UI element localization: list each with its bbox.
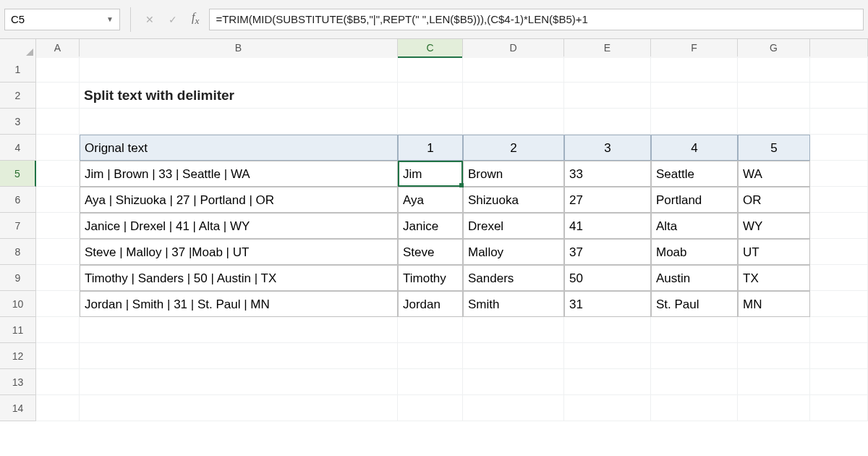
cell-G2[interactable] — [738, 83, 810, 109]
cell-D8[interactable]: Malloy — [463, 239, 564, 265]
cell-C8[interactable]: Steve — [398, 239, 463, 265]
cell-A1[interactable] — [36, 56, 80, 83]
cell-C1[interactable] — [398, 56, 463, 83]
cell-G10[interactable]: MN — [738, 291, 810, 317]
cell-H8[interactable] — [810, 239, 868, 265]
cell-A11[interactable] — [36, 317, 80, 343]
cell-E2[interactable] — [564, 83, 651, 109]
cell-B7[interactable]: Janice | Drexel | 41 | Alta | WY — [80, 213, 398, 239]
row-header-1[interactable]: 1 — [0, 56, 36, 83]
cell-D10[interactable]: Smith — [463, 291, 564, 317]
cell-G14[interactable] — [738, 395, 810, 421]
cell-H1[interactable] — [810, 56, 868, 83]
cell-B11[interactable] — [80, 317, 398, 343]
cell-A6[interactable] — [36, 187, 80, 213]
cell-H2[interactable] — [810, 83, 868, 109]
cell-C11[interactable] — [398, 317, 463, 343]
row-header-13[interactable]: 13 — [0, 369, 36, 395]
fx-icon[interactable]: fx — [187, 11, 203, 27]
cell-B8[interactable]: Steve | Malloy | 37 |Moab | UT — [80, 239, 398, 265]
cell-C14[interactable] — [398, 395, 463, 421]
enter-icon[interactable]: ✓ — [164, 11, 182, 28]
cell-D6[interactable]: Shizuoka — [463, 187, 564, 213]
cell-F14[interactable] — [651, 395, 738, 421]
cell-C9[interactable]: Timothy — [398, 265, 463, 291]
cell-F12[interactable] — [651, 343, 738, 369]
cell-D9[interactable]: Sanders — [463, 265, 564, 291]
cell-C4[interactable]: 1 — [398, 135, 463, 161]
cell-G9[interactable]: TX — [738, 265, 810, 291]
cell-F3[interactable] — [651, 109, 738, 135]
cell-E12[interactable] — [564, 343, 651, 369]
cell-C3[interactable] — [398, 109, 463, 135]
cell-D13[interactable] — [463, 369, 564, 395]
cell-B10[interactable]: Jordan | Smith | 31 | St. Paul | MN — [80, 291, 398, 317]
cell-A13[interactable] — [36, 369, 80, 395]
cell-A4[interactable] — [36, 135, 80, 161]
cell-H14[interactable] — [810, 395, 868, 421]
cell-D12[interactable] — [463, 343, 564, 369]
cell-G7[interactable]: WY — [738, 213, 810, 239]
cell-A10[interactable] — [36, 291, 80, 317]
cell-F5[interactable]: Seattle — [651, 161, 738, 187]
cell-B14[interactable] — [80, 395, 398, 421]
row-header-10[interactable]: 10 — [0, 291, 36, 317]
select-all-corner[interactable] — [0, 39, 36, 58]
cell-H7[interactable] — [810, 213, 868, 239]
col-header-D[interactable]: D — [463, 39, 564, 58]
cell-H3[interactable] — [810, 109, 868, 135]
cell-F8[interactable]: Moab — [651, 239, 738, 265]
row-header-14[interactable]: 14 — [0, 395, 36, 421]
cell-E5[interactable]: 33 — [564, 161, 651, 187]
cell-C13[interactable] — [398, 369, 463, 395]
col-header-G[interactable]: G — [738, 39, 810, 58]
cell-G4[interactable]: 5 — [738, 135, 810, 161]
cell-F9[interactable]: Austin — [651, 265, 738, 291]
cell-B2-title[interactable]: Split text with delimiter — [80, 83, 398, 109]
cell-G13[interactable] — [738, 369, 810, 395]
col-header-A[interactable]: A — [36, 39, 80, 58]
cell-G6[interactable]: OR — [738, 187, 810, 213]
cell-B5[interactable]: Jim | Brown | 33 | Seattle | WA — [80, 161, 398, 187]
col-header-E[interactable]: E — [564, 39, 651, 58]
row-header-8[interactable]: 8 — [0, 239, 36, 265]
cell-H12[interactable] — [810, 343, 868, 369]
cell-D3[interactable] — [463, 109, 564, 135]
row-header-12[interactable]: 12 — [0, 343, 36, 369]
cell-D7[interactable]: Drexel — [463, 213, 564, 239]
cell-H4[interactable] — [810, 135, 868, 161]
cell-B1[interactable] — [80, 56, 398, 83]
cell-A7[interactable] — [36, 213, 80, 239]
cell-B6[interactable]: Aya | Shizuoka | 27 | Portland | OR — [80, 187, 398, 213]
name-box[interactable]: C5 ▼ — [4, 9, 120, 30]
cell-A8[interactable] — [36, 239, 80, 265]
row-header-4[interactable]: 4 — [0, 135, 36, 161]
col-header-B[interactable]: B — [80, 39, 398, 58]
cell-C2[interactable] — [398, 83, 463, 109]
cell-E9[interactable]: 50 — [564, 265, 651, 291]
cell-A5[interactable] — [36, 161, 80, 187]
cell-E1[interactable] — [564, 56, 651, 83]
col-header-F[interactable]: F — [651, 39, 738, 58]
cell-F6[interactable]: Portland — [651, 187, 738, 213]
cell-C10[interactable]: Jordan — [398, 291, 463, 317]
cell-D5[interactable]: Brown — [463, 161, 564, 187]
col-header-blank[interactable] — [810, 39, 868, 58]
row-header-6[interactable]: 6 — [0, 187, 36, 213]
row-header-9[interactable]: 9 — [0, 265, 36, 291]
cell-D2[interactable] — [463, 83, 564, 109]
cell-A12[interactable] — [36, 343, 80, 369]
cell-D4[interactable]: 2 — [463, 135, 564, 161]
row-header-7[interactable]: 7 — [0, 213, 36, 239]
cell-C7[interactable]: Janice — [398, 213, 463, 239]
cell-H10[interactable] — [810, 291, 868, 317]
cell-F7[interactable]: Alta — [651, 213, 738, 239]
cell-F1[interactable] — [651, 56, 738, 83]
cell-F4[interactable]: 4 — [651, 135, 738, 161]
cell-E10[interactable]: 31 — [564, 291, 651, 317]
cell-E13[interactable] — [564, 369, 651, 395]
worksheet[interactable]: A B C D E F G 1 2 Split text with delimi… — [0, 39, 868, 421]
cell-E4[interactable]: 3 — [564, 135, 651, 161]
cell-D14[interactable] — [463, 395, 564, 421]
cell-B4[interactable]: Orignal text — [80, 135, 398, 161]
